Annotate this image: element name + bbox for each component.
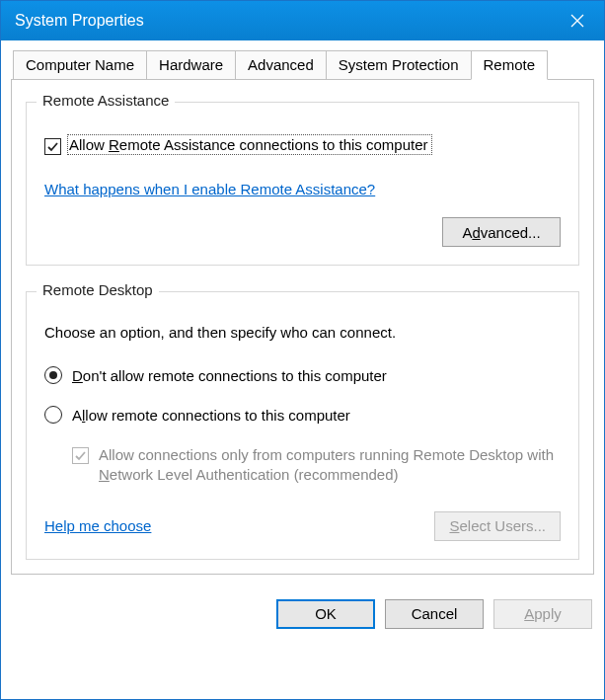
remote-desktop-intro: Choose an option, and then specify who c… [44,324,561,341]
tab-bar: Computer Name Hardware Advanced System P… [11,50,594,80]
radio-dont-allow-row[interactable]: Don't allow remote connections to this c… [44,366,561,384]
tab-hardware[interactable]: Hardware [146,50,236,79]
radio-dont-allow[interactable] [44,366,62,384]
checkmark-icon [74,449,87,462]
tab-content-remote: Remote Assistance Allow Remote Assistanc… [11,80,594,575]
group-remote-assistance: Remote Assistance Allow Remote Assistanc… [26,102,579,266]
dialog-body: Computer Name Hardware Advanced System P… [1,40,604,584]
tab-remote[interactable]: Remote [471,50,549,80]
nla-checkbox-row: Allow connections only from computers ru… [72,445,561,486]
radio-dot-icon [49,371,57,379]
tab-advanced[interactable]: Advanced [235,50,327,79]
ok-button[interactable]: OK [276,599,375,629]
allow-remote-assistance-label: Allow Remote Assistance connections to t… [69,136,430,153]
checkmark-icon [46,140,59,153]
window-title: System Properties [15,12,550,30]
tab-system-protection[interactable]: System Protection [326,50,472,79]
dialog-button-row: OK Cancel Apply [1,584,604,643]
group-remote-desktop: Remote Desktop Choose an option, and the… [26,291,579,560]
close-icon [570,14,584,28]
nla-checkbox-label: Allow connections only from computers ru… [99,445,561,486]
apply-button: Apply [493,599,592,629]
allow-remote-assistance-row[interactable]: Allow Remote Assistance connections to t… [44,136,561,155]
advanced-button[interactable]: Advanced... [442,217,561,247]
title-bar: System Properties [1,1,604,40]
remote-assistance-help-link[interactable]: What happens when I enable Remote Assist… [44,181,375,197]
tab-computer-name[interactable]: Computer Name [13,50,147,79]
nla-checkbox [72,447,89,464]
help-me-choose-link[interactable]: Help me choose [44,517,151,534]
close-button[interactable] [550,1,604,40]
radio-allow-row[interactable]: Allow remote connections to this compute… [44,406,561,424]
radio-allow[interactable] [44,406,62,424]
allow-remote-assistance-checkbox[interactable] [44,138,61,155]
legend-remote-assistance: Remote Assistance [37,92,175,109]
legend-remote-desktop: Remote Desktop [37,281,159,298]
cancel-button[interactable]: Cancel [385,599,484,629]
radio-allow-label: Allow remote connections to this compute… [72,407,350,424]
select-users-button: Select Users... [434,511,561,541]
radio-dont-allow-label: Don't allow remote connections to this c… [72,367,387,384]
